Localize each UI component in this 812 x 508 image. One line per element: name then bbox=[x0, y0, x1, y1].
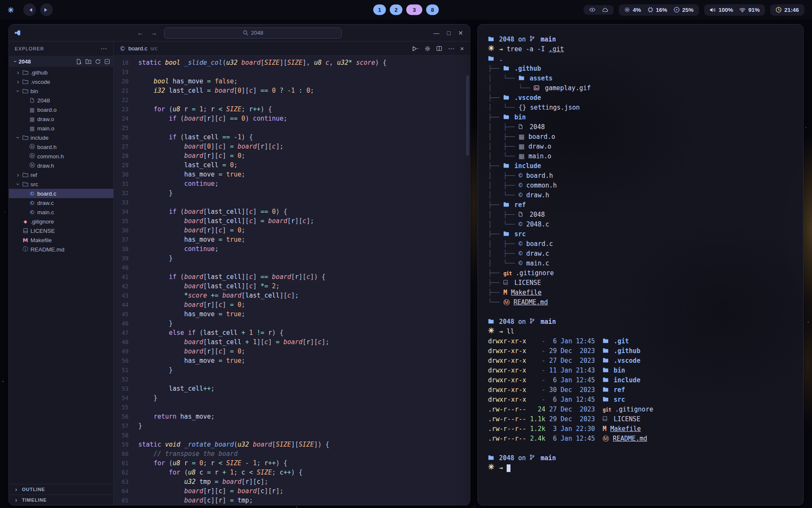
line-number: 52 bbox=[114, 375, 138, 384]
explorer-item-bin[interactable]: ›bin bbox=[9, 86, 113, 96]
folder-icon bbox=[503, 93, 510, 103]
outline-section-header[interactable]: › OUTLINE bbox=[9, 484, 113, 494]
explorer-item-board.h[interactable]: ›Ⓗboard.h bbox=[9, 142, 113, 152]
volume-stat[interactable]: 100% bbox=[710, 7, 733, 13]
launcher-logo-icon[interactable] bbox=[8, 7, 14, 13]
editor-settings-button[interactable] bbox=[425, 46, 431, 52]
command-center-search[interactable]: 2048 bbox=[164, 28, 342, 39]
close-window-button[interactable]: ✕ bbox=[458, 30, 463, 36]
explorer-item-.github[interactable]: ›.github bbox=[9, 68, 113, 77]
explorer-item-2048[interactable]: ›2048 bbox=[9, 96, 113, 105]
clock-stat[interactable]: 21:46 bbox=[776, 7, 799, 13]
terminal-line: │ └── ▦ main.o bbox=[488, 152, 793, 161]
line-number: 40 bbox=[114, 263, 138, 272]
terminal-line: .rw-r--r-- 1.2k 3 Jan 22:30 M Makefile bbox=[488, 424, 793, 434]
workspace-pill-1[interactable]: 1 bbox=[373, 5, 386, 15]
minimize-button[interactable]: — bbox=[433, 30, 439, 36]
terminal-line: ├── .vscode bbox=[488, 93, 793, 103]
line-number: 62 bbox=[114, 468, 138, 477]
explorer-item-main.o[interactable]: ›▦main.o bbox=[9, 124, 113, 133]
disk-stat[interactable]: 25% bbox=[674, 7, 694, 13]
vscode-titlebar[interactable]: ← → 2048 — □ ✕ bbox=[9, 25, 470, 41]
explorer-item-board.c[interactable]: ›©board.c bbox=[9, 189, 113, 198]
cpu-stat[interactable]: 4% bbox=[624, 7, 641, 13]
wifi-stat[interactable]: 91% bbox=[739, 7, 760, 13]
split-editor-button[interactable] bbox=[436, 46, 442, 51]
workspace-pill-2[interactable]: 2 bbox=[390, 5, 403, 15]
terminal-line bbox=[488, 444, 793, 453]
flower-icon bbox=[488, 44, 495, 54]
project-root-row[interactable]: › 2048 bbox=[9, 56, 113, 67]
explorer-item-README.md[interactable]: ›ⓘREADME.md bbox=[9, 245, 113, 254]
folder-icon bbox=[21, 182, 30, 187]
gear-icon bbox=[624, 7, 630, 13]
explorer-more-actions-button[interactable]: ⋯ bbox=[101, 45, 107, 52]
book-icon bbox=[603, 414, 610, 424]
folder-icon bbox=[488, 453, 495, 463]
code-line-55: 55 bbox=[114, 403, 470, 412]
explorer-item-include[interactable]: ›include bbox=[9, 133, 113, 142]
editor-scrollbar[interactable] bbox=[466, 75, 469, 156]
code-editor[interactable]: 18static bool _slide_col(u32 board[SIZE]… bbox=[114, 56, 470, 505]
code-line-25: 25 bbox=[114, 123, 470, 133]
explorer-item-common.h[interactable]: ›Ⓗcommon.h bbox=[9, 152, 113, 161]
chevron-down-icon: › bbox=[416, 48, 420, 49]
run-file-button[interactable]: › bbox=[412, 46, 419, 51]
explorer-item-.vscode[interactable]: ›.vscode bbox=[9, 77, 113, 86]
explorer-item-ref[interactable]: ›ref bbox=[9, 170, 113, 179]
code-line-37: 37 has_move = true; bbox=[114, 235, 470, 244]
memory-stat[interactable]: 16% bbox=[647, 7, 667, 13]
line-number: 33 bbox=[114, 198, 138, 207]
history-back-button[interactable]: ← bbox=[137, 30, 144, 36]
explorer-item-draw.h[interactable]: ›Ⓗdraw.h bbox=[9, 161, 113, 170]
terminal-line: drwxr-xr-x - 27 Dec 2023 .vscode bbox=[488, 356, 793, 366]
editor-more-actions-button[interactable]: ⋯ bbox=[448, 45, 454, 52]
book-icon bbox=[503, 278, 510, 288]
explorer-item-Makefile[interactable]: ›MMakefile bbox=[9, 235, 113, 245]
breadcrumb[interactable]: © board.c src bbox=[120, 45, 157, 52]
c-icon: © bbox=[28, 209, 36, 215]
line-number: 24 bbox=[114, 114, 138, 123]
explorer-item-label: .gitignore bbox=[30, 218, 54, 225]
explorer-item-label: ref bbox=[30, 172, 37, 178]
workspace-pill-3[interactable]: 3 bbox=[406, 5, 422, 15]
media-next-button[interactable] bbox=[40, 3, 53, 16]
terminal-line: │ └── © 2048.c bbox=[488, 220, 793, 229]
chevron-right-icon: › bbox=[13, 497, 19, 503]
eye-icon[interactable] bbox=[589, 8, 595, 12]
explorer-item-main.c[interactable]: ›©main.c bbox=[9, 207, 113, 217]
explorer-item-draw.c[interactable]: ›©draw.c bbox=[9, 198, 113, 207]
cpu-value: 4% bbox=[633, 7, 641, 13]
refresh-explorer-button[interactable] bbox=[95, 59, 101, 64]
terminal-window[interactable]: 2048 on main → tree -a -I .git .├── .git… bbox=[477, 24, 804, 505]
explorer-item-.gitignore[interactable]: ›◆.gitignore bbox=[9, 217, 113, 226]
code-line-60: 60 // transpose the board bbox=[114, 449, 470, 458]
line-number: 44 bbox=[114, 300, 138, 309]
close-editor-button[interactable]: × bbox=[460, 45, 464, 52]
collapse-folders-button[interactable] bbox=[104, 59, 110, 64]
explorer-item-label: .github bbox=[30, 69, 48, 76]
explorer-item-src[interactable]: ›src bbox=[9, 179, 113, 189]
media-previous-button[interactable] bbox=[23, 3, 36, 16]
terminal-line: → ll bbox=[488, 327, 793, 337]
widget-system: 4% 16% 25% bbox=[619, 4, 699, 16]
statusbar-widgets: 4% 16% 25% 100% 91% 21:46 bbox=[579, 4, 804, 16]
maximize-button[interactable]: □ bbox=[447, 30, 450, 36]
code-line-46: 46 } bbox=[114, 319, 470, 328]
c-icon: © bbox=[28, 200, 36, 206]
new-file-button[interactable] bbox=[76, 59, 82, 64]
tab-file-name: board.c bbox=[129, 45, 148, 52]
terminal-line: │ ├── ▦ draw.o bbox=[488, 142, 793, 152]
history-forward-button[interactable]: → bbox=[151, 30, 157, 36]
explorer-item-board.o[interactable]: ›▦board.o bbox=[9, 105, 113, 114]
code-line-54: 54 } bbox=[114, 393, 470, 403]
cloud-icon[interactable] bbox=[602, 8, 608, 12]
workspace-pill-8[interactable]: 8 bbox=[426, 5, 439, 15]
code-line-43: 43 *score += board[last_cell][c]; bbox=[114, 291, 470, 300]
new-folder-button[interactable] bbox=[85, 59, 91, 64]
chevron-right-icon: › bbox=[15, 78, 21, 85]
code-line-41: 41 if (board[last_cell][c] == board[r][c… bbox=[114, 272, 470, 282]
explorer-item-LICENSE[interactable]: ›LICENSE bbox=[9, 226, 113, 235]
timeline-section-header[interactable]: › TIMELINE bbox=[9, 494, 113, 505]
explorer-item-draw.o[interactable]: ›▦draw.o bbox=[9, 114, 113, 124]
